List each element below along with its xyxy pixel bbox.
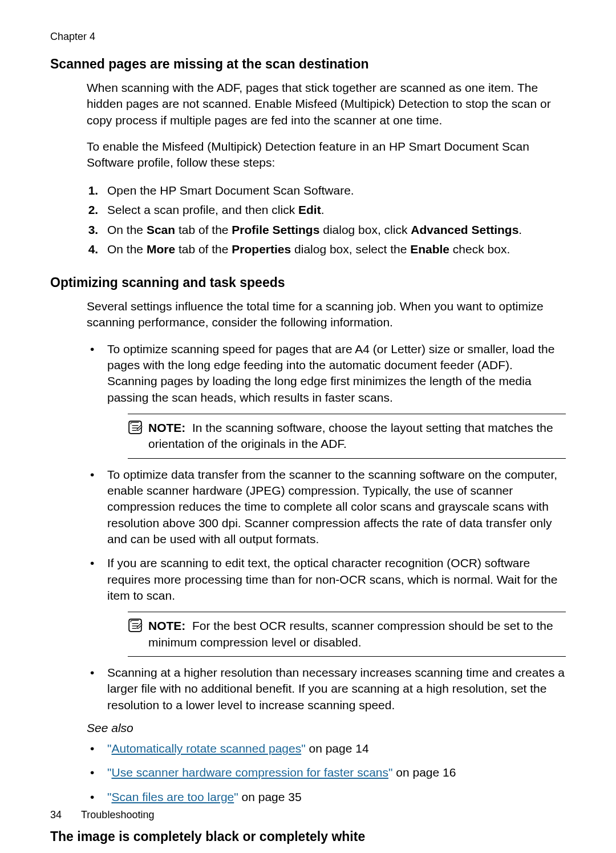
note-icon — [128, 420, 143, 435]
section2-p1: Several settings influence the total tim… — [87, 298, 566, 331]
section1-p2: To enable the Misfeed (Multipick) Detect… — [87, 139, 566, 171]
see-also-item-3: "Scan files are too large" on page 35 — [87, 789, 566, 805]
link-rotate-pages[interactable]: Automatically rotate scanned pages — [111, 742, 301, 755]
step-1: Open the HP Smart Document Scan Software… — [102, 181, 566, 200]
chapter-label: Chapter 4 — [50, 31, 566, 43]
bullet-4: Scanning at a higher resolution than nec… — [87, 665, 566, 713]
page-footer: 34Troubleshooting — [50, 809, 154, 821]
step-3: On the Scan tab of the Profile Settings … — [102, 221, 566, 240]
step-4: On the More tab of the Properties dialog… — [102, 240, 566, 259]
bullet-1: To optimize scanning speed for pages tha… — [87, 341, 566, 459]
section2-title: Optimizing scanning and task speeds — [50, 275, 566, 290]
page-number: 34 — [50, 809, 62, 820]
note-icon — [128, 618, 143, 633]
note-2: NOTE: For the best OCR results, scanner … — [128, 612, 566, 657]
section1-p1: When scanning with the ADF, pages that s… — [87, 80, 566, 128]
see-also-links: "Automatically rotate scanned pages" on … — [87, 741, 566, 805]
see-also-label: See also — [87, 721, 566, 735]
bullet-2: To optimize data transfer from the scann… — [87, 467, 566, 548]
see-also-item-2: "Use scanner hardware compression for fa… — [87, 765, 566, 781]
section2-bullets: To optimize scanning speed for pages tha… — [87, 341, 566, 714]
note-1: NOTE: In the scanning software, choose t… — [128, 414, 566, 459]
link-hardware-compression[interactable]: Use scanner hardware compression for fas… — [111, 766, 388, 779]
step-2: Select a scan profile, and then click Ed… — [102, 201, 566, 220]
link-files-too-large[interactable]: Scan files are too large — [111, 790, 234, 803]
section1-title: Scanned pages are missing at the scan de… — [50, 56, 566, 72]
section3-title: The image is completely black or complet… — [50, 829, 566, 844]
footer-title: Troubleshooting — [81, 809, 154, 820]
bullet-3: If you are scanning to edit text, the op… — [87, 555, 566, 657]
see-also-item-1: "Automatically rotate scanned pages" on … — [87, 741, 566, 757]
section1-steps: Open the HP Smart Document Scan Software… — [87, 181, 566, 259]
